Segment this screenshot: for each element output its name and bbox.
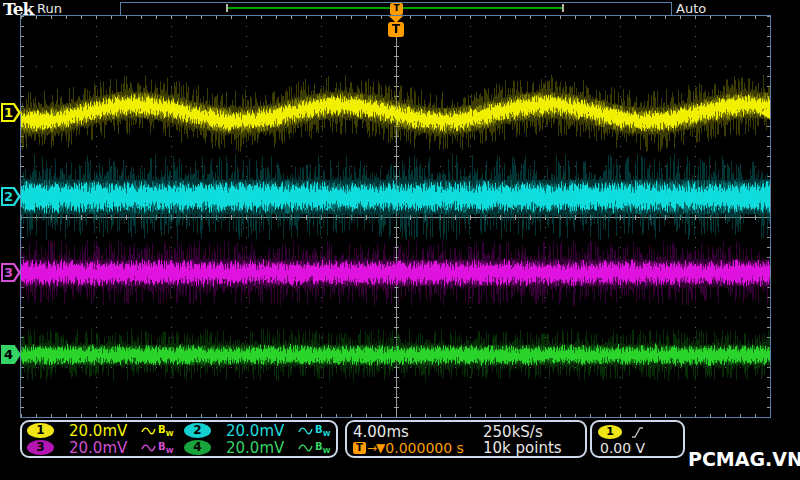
bandwidth-limit-icon: BW	[315, 441, 330, 455]
timebase-scale: 4.00ms	[353, 423, 483, 441]
trigger-level-value: 0.00 V	[598, 440, 677, 456]
ch3-readout: 3 20.0mV BW	[22, 439, 179, 456]
rising-edge-icon	[630, 426, 644, 439]
ch4-position-marker-selected: 4	[1, 345, 21, 364]
acquisition-state: Run	[37, 1, 62, 16]
watermark: PCMAG.VN	[688, 448, 794, 470]
trigger-t-icon: T	[388, 22, 404, 37]
record-length: 10k points	[483, 439, 562, 457]
oscilloscope-screen: Tek Run T Auto T 1 2 3 4 1 20.0mV	[0, 0, 800, 480]
ch4-badge: 4	[184, 440, 211, 455]
record-window-right-bracket	[562, 4, 564, 12]
ch3-position-marker: 3	[1, 263, 21, 282]
bandwidth-limit-icon: BW	[315, 424, 330, 438]
ch3-badge: 3	[27, 440, 54, 455]
record-trigger-position-icon: T	[390, 3, 403, 15]
bandwidth-limit-icon: BW	[158, 424, 173, 438]
ch1-scale: 20.0mV	[69, 422, 141, 440]
ac-coupling-sine-icon	[141, 425, 156, 436]
waveform-canvas	[21, 16, 770, 417]
trigger-position-flag: T	[388, 16, 404, 37]
delay-value: 0.000000 s	[385, 440, 464, 456]
channel-readout-box: 1 20.0mV BW 2 20.0mV BW 3 20.0mV	[20, 420, 338, 458]
delay-t-icon: T	[353, 442, 366, 454]
trigger-level-arrow-icon	[760, 107, 770, 119]
ch1-marker-label: 1	[1, 103, 16, 122]
trigger-mode-label: Auto	[676, 1, 706, 16]
ch2-badge: 2	[184, 423, 211, 438]
timebase-readout-box: 4.00ms 250kS/s T →▼ 0.000000 s 10k point…	[345, 420, 587, 458]
ch2-position-marker: 2	[1, 187, 21, 206]
ch3-marker-label: 3	[1, 263, 16, 282]
ch1-position-marker: 1	[1, 103, 21, 122]
ch4-marker-label: 4	[1, 345, 16, 364]
ac-coupling-sine-icon	[298, 442, 313, 453]
ch2-scale: 20.0mV	[226, 422, 298, 440]
bandwidth-limit-icon: BW	[158, 441, 173, 455]
delay-arrows-icon: →▼	[367, 441, 384, 455]
graticule	[20, 15, 771, 418]
ch1-badge: 1	[27, 423, 54, 438]
ch2-marker-label: 2	[1, 187, 16, 206]
ac-coupling-sine-icon	[298, 425, 313, 436]
ch1-readout: 1 20.0mV BW	[22, 422, 179, 439]
record-view-bar: T	[120, 2, 672, 16]
trigger-delay-readout: T →▼ 0.000000 s	[353, 440, 483, 456]
ch2-readout: 2 20.0mV BW	[179, 422, 336, 439]
ch4-scale: 20.0mV	[226, 439, 298, 457]
trigger-source-badge: 1	[598, 425, 622, 439]
ac-coupling-sine-icon	[141, 442, 156, 453]
trigger-readout-box: 1 0.00 V	[590, 420, 685, 458]
ch4-readout: 4 20.0mV BW	[179, 439, 336, 456]
ch3-scale: 20.0mV	[69, 439, 141, 457]
